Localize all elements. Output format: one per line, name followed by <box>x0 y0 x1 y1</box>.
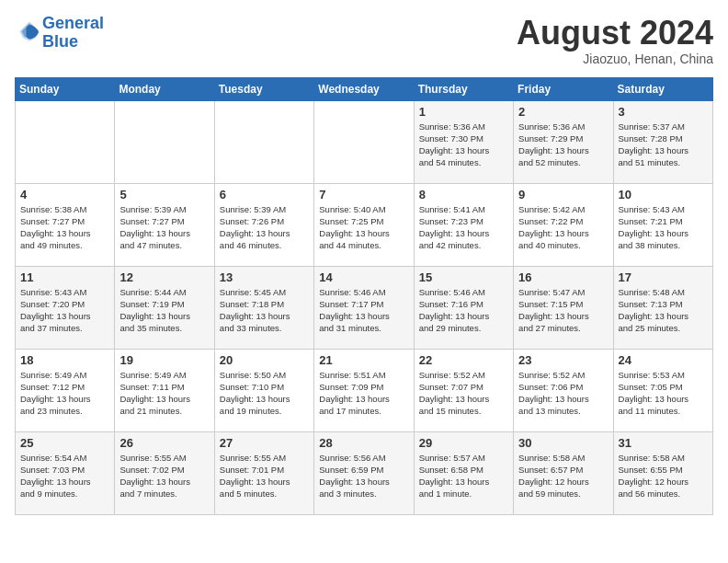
calendar-cell: 4Sunrise: 5:38 AM Sunset: 7:27 PM Daylig… <box>16 183 115 266</box>
cell-content: Sunrise: 5:38 AM Sunset: 7:27 PM Dayligh… <box>20 203 109 252</box>
calendar-cell: 14Sunrise: 5:46 AM Sunset: 7:17 PM Dayli… <box>314 266 414 349</box>
day-number: 30 <box>518 436 608 450</box>
day-number: 6 <box>220 188 309 201</box>
day-number: 3 <box>619 105 708 119</box>
calendar-cell: 11Sunrise: 5:43 AM Sunset: 7:20 PM Dayli… <box>16 266 115 349</box>
cell-content: Sunrise: 5:56 AM Sunset: 6:59 PM Dayligh… <box>319 452 408 500</box>
cell-content: Sunrise: 5:58 AM Sunset: 6:55 PM Dayligh… <box>619 452 708 500</box>
col-header-saturday: Saturday <box>613 77 712 100</box>
day-number: 9 <box>518 188 608 201</box>
day-number: 24 <box>619 353 708 367</box>
calendar-cell: 12Sunrise: 5:44 AM Sunset: 7:19 PM Dayli… <box>115 266 214 349</box>
calendar-header-row: SundayMondayTuesdayWednesdayThursdayFrid… <box>16 77 713 100</box>
cell-content: Sunrise: 5:43 AM Sunset: 7:21 PM Dayligh… <box>619 203 708 252</box>
cell-content: Sunrise: 5:52 AM Sunset: 7:07 PM Dayligh… <box>419 369 508 418</box>
calendar-cell <box>214 100 313 183</box>
day-number: 15 <box>419 270 508 284</box>
day-number: 2 <box>518 105 608 119</box>
location: Jiaozuo, Henan, China <box>517 52 713 66</box>
calendar-cell: 6Sunrise: 5:39 AM Sunset: 7:26 PM Daylig… <box>214 183 313 266</box>
day-number: 27 <box>220 436 309 450</box>
cell-content: Sunrise: 5:49 AM Sunset: 7:12 PM Dayligh… <box>20 369 109 418</box>
logo-line1: General <box>42 14 104 32</box>
cell-content: Sunrise: 5:39 AM Sunset: 7:27 PM Dayligh… <box>119 203 209 252</box>
calendar-cell: 5Sunrise: 5:39 AM Sunset: 7:27 PM Daylig… <box>115 183 214 266</box>
calendar-cell: 21Sunrise: 5:51 AM Sunset: 7:09 PM Dayli… <box>314 349 414 431</box>
calendar-cell <box>314 100 414 183</box>
cell-content: Sunrise: 5:55 AM Sunset: 7:01 PM Dayligh… <box>220 452 309 500</box>
day-number: 21 <box>319 353 408 367</box>
calendar-cell: 2Sunrise: 5:36 AM Sunset: 7:29 PM Daylig… <box>514 100 613 183</box>
cell-content: Sunrise: 5:43 AM Sunset: 7:20 PM Dayligh… <box>20 286 109 335</box>
calendar-cell: 13Sunrise: 5:45 AM Sunset: 7:18 PM Dayli… <box>214 266 313 349</box>
day-number: 14 <box>319 270 408 284</box>
day-number: 16 <box>518 270 608 284</box>
cell-content: Sunrise: 5:47 AM Sunset: 7:15 PM Dayligh… <box>518 286 608 335</box>
col-header-monday: Monday <box>115 77 214 100</box>
page-header: General Blue August 2024 Jiaozuo, Henan,… <box>15 15 713 66</box>
logo-line2: Blue <box>42 32 78 51</box>
calendar-cell: 10Sunrise: 5:43 AM Sunset: 7:21 PM Dayli… <box>613 183 712 266</box>
day-number: 7 <box>319 188 408 201</box>
cell-content: Sunrise: 5:51 AM Sunset: 7:09 PM Dayligh… <box>319 369 408 418</box>
logo-text: General Blue <box>42 15 104 52</box>
col-header-friday: Friday <box>514 77 613 100</box>
calendar-cell: 16Sunrise: 5:47 AM Sunset: 7:15 PM Dayli… <box>514 266 613 349</box>
month-title: August 2024 <box>517 15 713 52</box>
calendar-cell: 23Sunrise: 5:52 AM Sunset: 7:06 PM Dayli… <box>514 349 613 431</box>
cell-content: Sunrise: 5:50 AM Sunset: 7:10 PM Dayligh… <box>220 369 309 418</box>
calendar-cell: 17Sunrise: 5:48 AM Sunset: 7:13 PM Dayli… <box>613 266 712 349</box>
day-number: 11 <box>20 270 109 284</box>
calendar-cell: 18Sunrise: 5:49 AM Sunset: 7:12 PM Dayli… <box>16 349 115 431</box>
calendar-cell: 8Sunrise: 5:41 AM Sunset: 7:23 PM Daylig… <box>414 183 513 266</box>
calendar-cell: 19Sunrise: 5:49 AM Sunset: 7:11 PM Dayli… <box>115 349 214 431</box>
cell-content: Sunrise: 5:49 AM Sunset: 7:11 PM Dayligh… <box>119 369 209 418</box>
cell-content: Sunrise: 5:58 AM Sunset: 6:57 PM Dayligh… <box>518 452 608 500</box>
calendar-row: 11Sunrise: 5:43 AM Sunset: 7:20 PM Dayli… <box>16 266 713 349</box>
cell-content: Sunrise: 5:45 AM Sunset: 7:18 PM Dayligh… <box>220 286 309 335</box>
day-number: 10 <box>619 188 708 201</box>
cell-content: Sunrise: 5:36 AM Sunset: 7:30 PM Dayligh… <box>419 121 508 169</box>
title-area: August 2024 Jiaozuo, Henan, China <box>517 15 713 66</box>
day-number: 1 <box>419 105 508 119</box>
cell-content: Sunrise: 5:36 AM Sunset: 7:29 PM Dayligh… <box>518 121 608 169</box>
cell-content: Sunrise: 5:46 AM Sunset: 7:16 PM Dayligh… <box>419 286 508 335</box>
day-number: 19 <box>119 353 209 367</box>
calendar-cell: 7Sunrise: 5:40 AM Sunset: 7:25 PM Daylig… <box>314 183 414 266</box>
calendar-cell: 30Sunrise: 5:58 AM Sunset: 6:57 PM Dayli… <box>514 431 613 514</box>
day-number: 12 <box>119 270 209 284</box>
calendar-cell: 26Sunrise: 5:55 AM Sunset: 7:02 PM Dayli… <box>115 431 214 514</box>
day-number: 8 <box>419 188 508 201</box>
calendar-cell: 25Sunrise: 5:54 AM Sunset: 7:03 PM Dayli… <box>16 431 115 514</box>
day-number: 4 <box>20 188 109 201</box>
logo: General Blue <box>15 15 104 52</box>
day-number: 25 <box>20 436 109 450</box>
calendar-row: 18Sunrise: 5:49 AM Sunset: 7:12 PM Dayli… <box>16 349 713 431</box>
calendar-cell: 20Sunrise: 5:50 AM Sunset: 7:10 PM Dayli… <box>214 349 313 431</box>
calendar-cell: 22Sunrise: 5:52 AM Sunset: 7:07 PM Dayli… <box>414 349 513 431</box>
calendar-cell: 9Sunrise: 5:42 AM Sunset: 7:22 PM Daylig… <box>514 183 613 266</box>
cell-content: Sunrise: 5:40 AM Sunset: 7:25 PM Dayligh… <box>319 203 408 252</box>
calendar-cell: 3Sunrise: 5:37 AM Sunset: 7:28 PM Daylig… <box>613 100 712 183</box>
day-number: 31 <box>619 436 708 450</box>
col-header-wednesday: Wednesday <box>314 77 414 100</box>
calendar-cell: 27Sunrise: 5:55 AM Sunset: 7:01 PM Dayli… <box>214 431 313 514</box>
calendar-cell: 28Sunrise: 5:56 AM Sunset: 6:59 PM Dayli… <box>314 431 414 514</box>
col-header-tuesday: Tuesday <box>214 77 313 100</box>
day-number: 22 <box>419 353 508 367</box>
calendar-cell <box>115 100 214 183</box>
cell-content: Sunrise: 5:39 AM Sunset: 7:26 PM Dayligh… <box>220 203 309 252</box>
day-number: 20 <box>220 353 309 367</box>
calendar-row: 25Sunrise: 5:54 AM Sunset: 7:03 PM Dayli… <box>16 431 713 514</box>
cell-content: Sunrise: 5:57 AM Sunset: 6:58 PM Dayligh… <box>419 452 508 500</box>
cell-content: Sunrise: 5:42 AM Sunset: 7:22 PM Dayligh… <box>518 203 608 252</box>
cell-content: Sunrise: 5:37 AM Sunset: 7:28 PM Dayligh… <box>619 121 708 169</box>
col-header-thursday: Thursday <box>414 77 513 100</box>
logo-icon <box>17 18 42 44</box>
cell-content: Sunrise: 5:55 AM Sunset: 7:02 PM Dayligh… <box>119 452 209 500</box>
calendar-table: SundayMondayTuesdayWednesdayThursdayFrid… <box>15 77 713 515</box>
calendar-row: 1Sunrise: 5:36 AM Sunset: 7:30 PM Daylig… <box>16 100 713 183</box>
calendar-cell: 15Sunrise: 5:46 AM Sunset: 7:16 PM Dayli… <box>414 266 513 349</box>
calendar-body: 1Sunrise: 5:36 AM Sunset: 7:30 PM Daylig… <box>16 100 713 514</box>
cell-content: Sunrise: 5:54 AM Sunset: 7:03 PM Dayligh… <box>20 452 109 500</box>
